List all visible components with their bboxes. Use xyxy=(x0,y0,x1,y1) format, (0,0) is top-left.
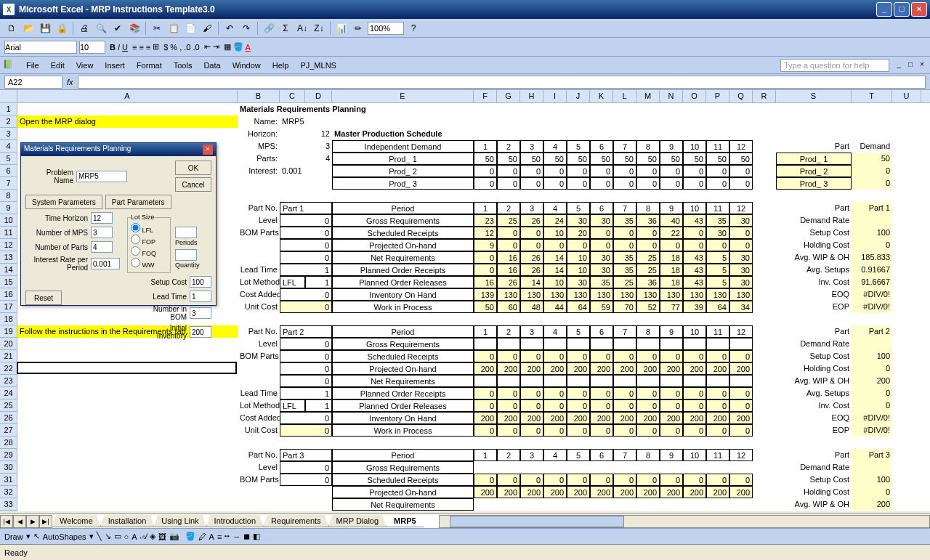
cell-P31[interactable]: 0 xyxy=(706,474,729,486)
cell-Q31[interactable]: 0 xyxy=(729,474,753,486)
cell-M4[interactable]: 8 xyxy=(636,140,660,153)
cell-O23[interactable] xyxy=(683,375,706,387)
cell-J12[interactable]: 0 xyxy=(567,239,590,251)
cell-P23[interactable] xyxy=(706,375,729,387)
cell-H29[interactable]: 3 xyxy=(520,449,543,461)
currency-icon[interactable]: $ xyxy=(163,43,168,52)
underline-button[interactable]: U xyxy=(122,43,128,52)
cell-T15[interactable]: 91.6667 xyxy=(852,276,892,288)
cell-T10[interactable] xyxy=(852,214,892,227)
cell-O27[interactable]: 0 xyxy=(683,424,706,437)
arrow-style-icon[interactable]: ↔ xyxy=(232,532,240,541)
row-header-30[interactable]: 30 xyxy=(0,461,17,474)
problem-name-input[interactable] xyxy=(76,171,127,182)
cell-B4[interactable]: MPS: xyxy=(238,140,280,153)
cell-N9[interactable]: 9 xyxy=(660,202,683,214)
cell-I9[interactable]: 4 xyxy=(543,202,567,214)
cell-C3[interactable]: 12 xyxy=(280,128,332,140)
close-button[interactable]: × xyxy=(911,2,927,17)
undo-icon[interactable]: ↶ xyxy=(222,21,237,36)
cell-P24[interactable]: 0 xyxy=(706,387,729,399)
cell-E14[interactable]: Planned Order Receipts xyxy=(332,264,474,276)
cell-B27[interactable]: Unit Cost xyxy=(238,424,280,437)
cell-M24[interactable]: 0 xyxy=(636,387,660,399)
cell-S19[interactable]: Part xyxy=(776,325,852,338)
cell-Q23[interactable] xyxy=(729,375,753,387)
cell-E20[interactable]: Gross Requirements xyxy=(332,338,474,350)
cell-K27[interactable]: 0 xyxy=(590,424,613,437)
cell-T33[interactable]: 200 xyxy=(852,498,892,511)
cell-F7[interactable]: 0 xyxy=(474,177,497,190)
cell-F21[interactable]: 0 xyxy=(474,350,497,362)
cell-E21[interactable]: Scheduled Receipts xyxy=(332,350,474,362)
autosum-icon[interactable]: Σ xyxy=(278,21,293,36)
cell-F6[interactable]: 0 xyxy=(474,165,497,177)
cell-P15[interactable]: 5 xyxy=(706,276,729,288)
cell-G23[interactable] xyxy=(497,375,520,387)
cell-K15[interactable]: 35 xyxy=(590,276,613,288)
cell-T14[interactable]: 0.91667 xyxy=(852,264,892,276)
cell-F4[interactable]: 1 xyxy=(474,140,497,153)
column-header-G[interactable]: G xyxy=(497,90,520,102)
decrease-indent-icon[interactable]: ⇤ xyxy=(204,42,211,52)
cell-T23[interactable]: 200 xyxy=(852,375,892,387)
align-left-icon[interactable]: ≡ xyxy=(132,43,137,52)
row-header-6[interactable]: 6 xyxy=(0,165,17,177)
cell-L13[interactable]: 35 xyxy=(613,251,636,264)
cell-C17[interactable]: 0 xyxy=(280,301,332,313)
cell-B25[interactable]: Lot Method xyxy=(238,399,280,412)
cell-I24[interactable]: 0 xyxy=(543,387,567,399)
open-icon[interactable]: 📂 xyxy=(21,21,36,36)
cell-L21[interactable]: 0 xyxy=(613,350,636,362)
cell-O9[interactable]: 10 xyxy=(683,202,706,214)
cell-P20[interactable] xyxy=(706,338,729,350)
cell-Q27[interactable]: 0 xyxy=(729,424,753,437)
row-header-25[interactable]: 25 xyxy=(0,399,17,412)
cell-C25[interactable]: LFL xyxy=(280,399,305,412)
cell-S24[interactable]: Avg. Setups xyxy=(776,387,852,399)
row-header-11[interactable]: 11 xyxy=(0,227,17,239)
cell-T29[interactable]: Part 3 xyxy=(852,449,892,461)
cell-O25[interactable]: 0 xyxy=(683,399,706,412)
cell-D15[interactable]: 1 xyxy=(305,276,332,288)
cell-G26[interactable]: 200 xyxy=(497,412,520,424)
radio-foq[interactable] xyxy=(131,246,140,256)
cell-G14[interactable]: 16 xyxy=(497,264,520,276)
cell-L4[interactable]: 7 xyxy=(613,140,636,153)
cell-T32[interactable]: 0 xyxy=(852,486,892,498)
cell-E32[interactable]: Projected On-hand xyxy=(332,486,474,498)
cell-M13[interactable]: 25 xyxy=(636,251,660,264)
cell-B10[interactable]: Level xyxy=(238,214,280,227)
cell-I5[interactable]: 50 xyxy=(543,153,567,165)
cell-N7[interactable]: 0 xyxy=(660,177,683,190)
column-header-R[interactable]: R xyxy=(753,90,776,102)
cell-Q32[interactable]: 200 xyxy=(729,486,753,498)
cell-I16[interactable]: 130 xyxy=(543,288,567,301)
decrease-decimal-icon[interactable]: .0 xyxy=(193,43,199,52)
hyperlink-icon[interactable]: 🔗 xyxy=(262,21,276,36)
cell-B19[interactable]: Part No. xyxy=(238,325,280,338)
cell-S16[interactable]: EOQ xyxy=(776,288,852,301)
row-header-17[interactable]: 17 xyxy=(0,301,17,313)
new-icon[interactable]: 🗋 xyxy=(4,21,19,36)
oval-icon[interactable]: ○ xyxy=(124,532,129,541)
cell-J29[interactable]: 5 xyxy=(567,449,590,461)
cell-B29[interactable]: Part No. xyxy=(238,449,280,461)
cell-P25[interactable]: 0 xyxy=(706,399,729,412)
doc-minimize-button[interactable]: _ xyxy=(894,60,904,70)
cell-J27[interactable]: 0 xyxy=(567,424,590,437)
menu-help[interactable]: Help xyxy=(267,60,295,71)
cell-B15[interactable]: Lot Method xyxy=(238,276,280,288)
cell-S7[interactable]: Prod_ 3 xyxy=(776,177,852,190)
cell-I32[interactable]: 200 xyxy=(543,486,567,498)
cell-I20[interactable] xyxy=(543,338,567,350)
cell-F26[interactable]: 200 xyxy=(474,412,497,424)
cell-S32[interactable]: Holding Cost xyxy=(776,486,852,498)
row-header-14[interactable]: 14 xyxy=(0,264,17,276)
cell-N22[interactable]: 200 xyxy=(660,362,683,375)
cell-I19[interactable]: 4 xyxy=(543,325,567,338)
column-header-P[interactable]: P xyxy=(706,90,729,102)
cell-L25[interactable]: 0 xyxy=(613,399,636,412)
cell-K10[interactable]: 30 xyxy=(590,214,613,227)
cell-O13[interactable]: 43 xyxy=(683,251,706,264)
